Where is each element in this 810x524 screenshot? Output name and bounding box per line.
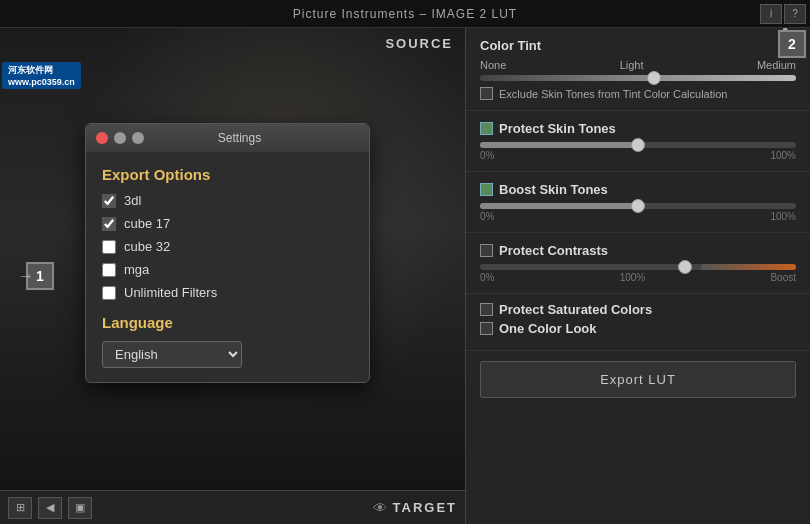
bottom-toolbar: ⊞ ◀ ▣ 👁 TARGET: [0, 490, 465, 524]
target-label: TARGET: [393, 500, 457, 515]
protect-skin-slider-thumb[interactable]: [631, 138, 645, 152]
export-options-label: Export Options: [102, 166, 353, 183]
protect-skin-tones-slider[interactable]: [480, 142, 796, 148]
color-tint-title-row: Color Tint: [480, 38, 796, 53]
one-color-look-checkbox[interactable]: [480, 322, 493, 335]
tint-label-medium: Medium: [757, 59, 796, 71]
protect-skin-tones-section: Protect Skin Tones 0% 100%: [466, 111, 810, 172]
exclude-text: Exclude Skin Tones from Tint Color Calcu…: [499, 88, 727, 100]
settings-window: Settings Export Options 3dl cube 17 cube…: [85, 123, 370, 383]
toolbar-btn-back[interactable]: ◀: [38, 497, 62, 519]
boost-skin-tones-title: Boost Skin Tones: [499, 182, 608, 197]
checkbox-mga-label: mga: [124, 262, 149, 277]
protect-contrasts-section: Protect Contrasts 0% 100% Boost: [466, 233, 810, 294]
toolbar-btn-grid[interactable]: ⊞: [8, 497, 32, 519]
watermark: 河东软件网 www.pc0359.cn: [2, 62, 81, 89]
source-label: SOURCE: [385, 36, 453, 51]
boost-skin-tones-slider[interactable]: [480, 203, 796, 209]
protect-contrasts-checkbox[interactable]: [480, 244, 493, 257]
one-color-look-row: One Color Look: [480, 321, 796, 336]
badge1-arrow: →: [18, 267, 34, 285]
language-select-wrap: English German French Spanish: [102, 341, 353, 368]
help-button[interactable]: ?: [784, 4, 806, 24]
export-section: Export LUT: [466, 351, 810, 408]
protect-skin-tones-checkbox[interactable]: [480, 122, 493, 135]
checkbox-unlimited[interactable]: Unlimited Filters: [102, 285, 353, 300]
protect-contrasts-title-row: Protect Contrasts: [480, 243, 796, 258]
boost-skin-tones-title-row: Boost Skin Tones: [480, 182, 796, 197]
right-panel: Color Tint None Light Medium Exclude Ski…: [465, 28, 810, 524]
checkbox-cube32-label: cube 32: [124, 239, 170, 254]
protect-skin-label-max: 100%: [770, 150, 796, 161]
protect-skin-slider-fill: [480, 142, 638, 148]
boost-skin-slider-thumb[interactable]: [631, 199, 645, 213]
boost-skin-label-min: 0%: [480, 211, 494, 222]
settings-title: Settings: [120, 131, 359, 145]
contrast-label-min: 0%: [480, 272, 494, 283]
one-color-look-label: One Color Look: [499, 321, 597, 336]
language-label: Language: [102, 314, 353, 331]
checkbox-cube17-input[interactable]: [102, 217, 116, 231]
protect-contrasts-title: Protect Contrasts: [499, 243, 608, 258]
title-bar-buttons: i ?: [760, 4, 806, 24]
contrast-thumb[interactable]: [678, 260, 692, 274]
checkbox-cube17-label: cube 17: [124, 216, 170, 231]
checkbox-unlimited-label: Unlimited Filters: [124, 285, 217, 300]
protect-skin-tones-title-row: Protect Skin Tones: [480, 121, 796, 136]
contrast-fill: [701, 264, 796, 270]
checkbox-cube32-input[interactable]: [102, 240, 116, 254]
checkbox-unlimited-input[interactable]: [102, 286, 116, 300]
language-section: Language English German French Spanish: [102, 314, 353, 368]
window-close-dot[interactable]: [96, 132, 108, 144]
settings-body: Export Options 3dl cube 17 cube 32 mga U…: [86, 152, 369, 382]
boost-skin-label-max: 100%: [770, 211, 796, 222]
main-image-area: 1 → 河东软件网 www.pc0359.cn SOURCE ⊞ ◀ ▣ 👁 T…: [0, 28, 465, 524]
tint-thumb[interactable]: [647, 71, 661, 85]
boost-skin-tones-section: Boost Skin Tones 0% 100%: [466, 172, 810, 233]
exclude-row: Exclude Skin Tones from Tint Color Calcu…: [480, 87, 796, 100]
boost-skin-tones-checkbox[interactable]: [480, 183, 493, 196]
checkbox-3dl-label: 3dl: [124, 193, 141, 208]
checkbox-3dl[interactable]: 3dl: [102, 193, 353, 208]
app-title: Picture Instruments – IMAGE 2 LUT: [293, 7, 517, 21]
export-lut-button[interactable]: Export LUT: [480, 361, 796, 398]
info-button[interactable]: i: [760, 4, 782, 24]
toolbar-btn-view[interactable]: ▣: [68, 497, 92, 519]
checkbox-cube32[interactable]: cube 32: [102, 239, 353, 254]
title-bar: Picture Instruments – IMAGE 2 LUT i ?: [0, 0, 810, 28]
protect-saturated-row: Protect Saturated Colors: [480, 302, 796, 317]
boost-skin-slider-fill: [480, 203, 638, 209]
boost-skin-slider-track: [480, 203, 796, 209]
protect-saturated-section: Protect Saturated Colors One Color Look: [466, 294, 810, 351]
protect-skin-label-min: 0%: [480, 150, 494, 161]
settings-titlebar: Settings: [86, 124, 369, 152]
checkbox-mga[interactable]: mga: [102, 262, 353, 277]
exclude-checkbox[interactable]: [480, 87, 493, 100]
protect-contrasts-slider[interactable]: [480, 264, 796, 270]
contrast-label-mid: 100%: [620, 272, 646, 283]
checkbox-mga-input[interactable]: [102, 263, 116, 277]
color-tint-slider[interactable]: [480, 75, 796, 81]
tint-label-light: Light: [620, 59, 644, 71]
protect-skin-slider-track: [480, 142, 796, 148]
protect-skin-tones-title: Protect Skin Tones: [499, 121, 616, 136]
checkbox-3dl-input[interactable]: [102, 194, 116, 208]
tint-track: [480, 75, 796, 81]
checkbox-cube17[interactable]: cube 17: [102, 216, 353, 231]
badge-2: 2: [778, 30, 806, 58]
protect-saturated-label: Protect Saturated Colors: [499, 302, 652, 317]
language-select[interactable]: English German French Spanish: [102, 341, 242, 368]
eye-icon: 👁: [373, 500, 387, 516]
color-tint-section: Color Tint None Light Medium Exclude Ski…: [466, 28, 810, 111]
protect-saturated-checkbox[interactable]: [480, 303, 493, 316]
contrast-track: [480, 264, 796, 270]
color-tint-title: Color Tint: [480, 38, 541, 53]
tint-label-none: None: [480, 59, 506, 71]
contrast-labels: 0% 100% Boost: [480, 272, 796, 283]
contrast-label-max: Boost: [770, 272, 796, 283]
